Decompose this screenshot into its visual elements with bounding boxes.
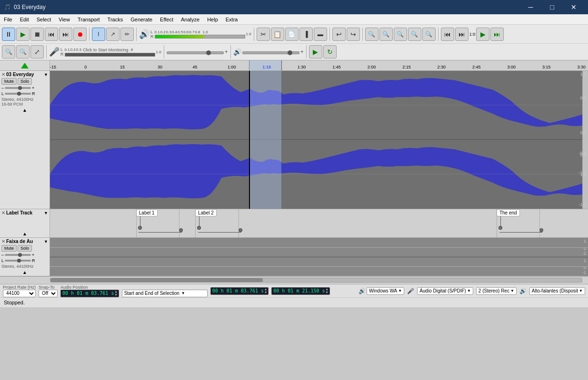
- output-device-dropdown[interactable]: Windows WA ▼: [367, 287, 404, 295]
- menu-tracks[interactable]: Tracks: [104, 14, 127, 25]
- label-end-text[interactable]: The end: [497, 209, 520, 216]
- skip-back-button[interactable]: ⏮: [45, 28, 58, 41]
- menu-view[interactable]: View: [55, 14, 74, 25]
- envelope-tool-button[interactable]: ↗: [106, 28, 120, 41]
- menu-analyze[interactable]: Analyze: [177, 14, 203, 25]
- snap-to-select[interactable]: Off: [39, 290, 58, 297]
- playback-speed-display: 1:0: [469, 32, 476, 37]
- speaker-level-thumb[interactable]: [288, 50, 292, 55]
- audio-position-display[interactable]: 00 h 01 m 03.761 s ▲ ▼: [60, 290, 119, 297]
- faixa-gain-slider[interactable]: [5, 254, 31, 256]
- menu-edit[interactable]: Edit: [16, 14, 33, 25]
- h-scrollbar-thumb[interactable]: [50, 278, 263, 282]
- faixa-scale-n1: -1: [582, 251, 586, 256]
- input-device-dropdown[interactable]: Áudio Digital (S/PDIF) ▼: [417, 287, 473, 295]
- label-track-collapse[interactable]: ▼: [44, 211, 48, 215]
- label-2-text[interactable]: Label 2: [195, 209, 217, 216]
- loop-play-button[interactable]: ⏭: [490, 28, 504, 41]
- play-once-button[interactable]: ▶: [476, 28, 489, 41]
- sel-start-down[interactable]: ▼: [265, 291, 267, 294]
- label-1-bracket: [139, 232, 181, 233]
- menu-transport[interactable]: Transport: [74, 14, 104, 25]
- faixa-close[interactable]: ✕: [1, 239, 5, 244]
- zoom-width-button[interactable]: 🔍: [422, 28, 436, 41]
- redo-button[interactable]: ↪: [347, 28, 360, 41]
- label-1-text[interactable]: Label 1: [136, 209, 158, 216]
- click-to-monitor[interactable]: Click to Start Monitoring: [83, 48, 129, 52]
- selection-end-display[interactable]: 00 h 01 m 21.150 s ▲ ▼: [271, 287, 330, 295]
- label-track-close[interactable]: ✕: [1, 210, 5, 215]
- mic-level-slider[interactable]: [167, 51, 224, 54]
- waveform-selection-highlight: [249, 71, 281, 209]
- copy-button[interactable]: 📋: [271, 28, 284, 41]
- paste-button[interactable]: 📄: [285, 28, 299, 41]
- audio-solo-button[interactable]: Solo: [18, 78, 32, 85]
- audio-pos-arrows[interactable]: ▲ ▼: [115, 290, 117, 297]
- select-tool-button[interactable]: I: [92, 28, 105, 41]
- selection-start-display[interactable]: 00 h 01 m 03.761 s ▲ ▼: [210, 287, 269, 295]
- sel-end-down[interactable]: ▼: [326, 291, 328, 294]
- zoom-out-button[interactable]: 🔍: [379, 28, 393, 41]
- play-button[interactable]: ▶: [16, 28, 30, 41]
- channels-dropdown[interactable]: 2 (Stereo) Rec ▼: [476, 287, 517, 295]
- audio-pos-down-arrow[interactable]: ▼: [115, 293, 117, 297]
- menu-file[interactable]: File: [0, 14, 16, 25]
- speaker-level-slider[interactable]: [242, 51, 299, 54]
- skip-forward-button[interactable]: ⏭: [59, 28, 72, 41]
- selection-end-value: 00 h 01 m 21.150 s: [273, 288, 325, 293]
- menu-select[interactable]: Select: [33, 14, 55, 25]
- audio-expand-btn[interactable]: ▲: [22, 107, 27, 113]
- close-button[interactable]: ✕: [563, 0, 584, 14]
- loop-button2[interactable]: ↻: [323, 45, 337, 58]
- faixa-pan-slider[interactable]: [5, 260, 31, 262]
- label-track-content[interactable]: Label 1 Label 2 The end: [50, 209, 588, 237]
- undo-button[interactable]: ↩: [332, 28, 346, 41]
- speaker-device-dropdown[interactable]: Alto-falantes (Disposit ▼: [529, 287, 585, 295]
- silence-button[interactable]: ▬: [314, 28, 327, 41]
- speaker-out-icon: 🔊: [519, 288, 527, 294]
- track-scrollbar-v[interactable]: [582, 71, 588, 209]
- faixa-solo-button[interactable]: Solo: [18, 245, 32, 252]
- zoom-out-tool[interactable]: 🔍: [16, 45, 30, 58]
- sel-start-arrows[interactable]: ▲ ▼: [265, 288, 267, 294]
- faixa-bot-scale-n1: -1: [582, 270, 586, 275]
- audio-track-collapse[interactable]: ▼: [44, 72, 48, 77]
- pause-button[interactable]: ⏸: [2, 28, 15, 41]
- menu-extra[interactable]: Extra: [222, 14, 242, 25]
- play-button2[interactable]: ▶: [309, 45, 322, 58]
- faixa-expand-btn[interactable]: ▲: [22, 270, 27, 275]
- gain-slider[interactable]: [5, 87, 31, 89]
- project-rate-select[interactable]: 44100: [3, 290, 36, 297]
- audio-mute-button[interactable]: Mute: [1, 78, 17, 85]
- menu-help[interactable]: Help: [203, 14, 222, 25]
- menu-effect[interactable]: Effect: [156, 14, 177, 25]
- stop-button[interactable]: ⏹: [30, 28, 44, 41]
- zoom-in-tool[interactable]: 🔍: [2, 45, 15, 58]
- trim-button[interactable]: ▐: [299, 28, 313, 41]
- skip-prev-button[interactable]: ⏮: [441, 28, 454, 41]
- h-scrollbar-track[interactable]: [50, 278, 582, 283]
- record-button[interactable]: ⏺: [73, 28, 87, 41]
- fit-project-tool[interactable]: ⤢: [30, 45, 44, 58]
- audio-track-info: Stereo, 44100Hz 16-bit PCM: [1, 97, 48, 107]
- cut-button[interactable]: ✂: [257, 28, 270, 41]
- tools-toolbar: 🔍 🔍 ⤢ 🎤 LR 0.10.20.3 Click to Start Moni…: [0, 44, 588, 60]
- audio-track-close[interactable]: ✕: [1, 72, 5, 77]
- pan-slider[interactable]: [5, 93, 31, 95]
- audio-track-content[interactable]: 1.0 0.5 0.0 -0.5 -1.0: [50, 71, 588, 209]
- label-expand-btn[interactable]: ▲: [22, 231, 27, 236]
- sel-end-arrows[interactable]: ▲ ▼: [326, 288, 328, 294]
- selection-dropdown[interactable]: Start and End of Selection ▼: [122, 290, 208, 297]
- mic-level-thumb[interactable]: [206, 50, 211, 55]
- zoom-toggle-button[interactable]: 🔍: [394, 28, 407, 41]
- zoom-fit-button[interactable]: 🔍: [408, 28, 421, 41]
- faixa-mute-button[interactable]: Mute: [1, 245, 17, 252]
- maximize-button[interactable]: □: [541, 0, 563, 14]
- faixa-track-content[interactable]: 1 0 -1 1 0 -1: [50, 238, 588, 276]
- skip-next-button[interactable]: ⏭: [455, 28, 468, 41]
- minimize-button[interactable]: ─: [520, 0, 541, 14]
- zoom-in-button[interactable]: 🔍: [365, 28, 379, 41]
- faixa-collapse[interactable]: ▼: [44, 239, 48, 244]
- draw-tool-button[interactable]: ✏: [120, 28, 134, 41]
- menu-generate[interactable]: Generate: [127, 14, 156, 25]
